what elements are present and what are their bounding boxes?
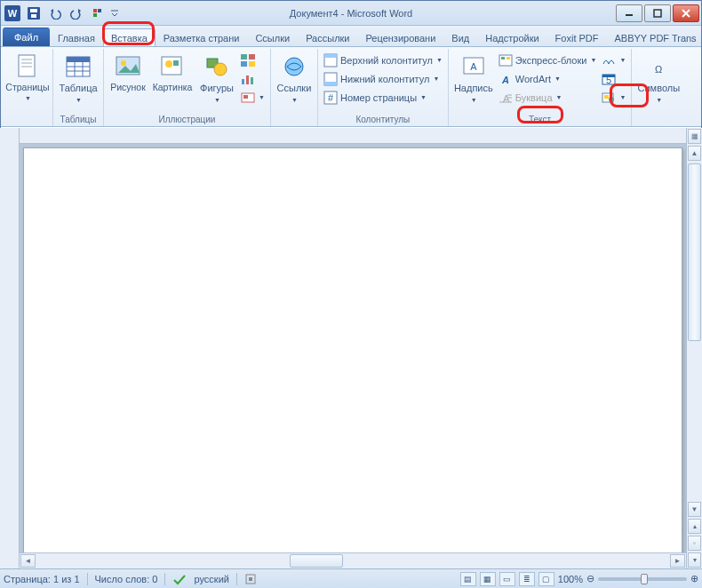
print-layout-view-icon[interactable]: ▤ — [460, 572, 476, 586]
svg-text:A: A — [501, 75, 509, 85]
group-label-headerfooter: Колонтитулы — [322, 114, 444, 126]
tab-home[interactable]: Главная — [50, 28, 103, 46]
object-button[interactable]: ▼ — [600, 88, 627, 107]
hscroll-thumb[interactable] — [290, 554, 343, 568]
tab-mailings[interactable]: Рассылки — [298, 28, 357, 46]
chart-icon — [241, 72, 255, 86]
zoom-in-icon[interactable]: ⊕ — [690, 573, 698, 584]
pages-button[interactable]: Страницы▼ — [6, 51, 49, 103]
redo-icon[interactable] — [67, 4, 86, 23]
datetime-button[interactable]: 5 — [600, 69, 627, 88]
svg-rect-45 — [499, 55, 512, 66]
svg-rect-38 — [324, 54, 337, 58]
maximize-button[interactable] — [644, 4, 671, 22]
draft-view-icon[interactable]: ▢ — [538, 572, 554, 586]
vertical-ruler[interactable] — [0, 128, 20, 568]
quickparts-button[interactable]: Экспресс-блоки▼ — [497, 51, 599, 69]
group-tables: Таблица▼ Таблицы — [53, 49, 104, 126]
tab-abbyy[interactable]: ABBYY PDF Trans — [607, 28, 702, 46]
status-words[interactable]: Число слов: 0 — [95, 574, 158, 584]
table-button[interactable]: Таблица▼ — [57, 51, 100, 106]
header-icon — [323, 53, 338, 68]
svg-rect-29 — [241, 61, 247, 67]
group-header-footer: Верхний колонтитул▼ Нижний колонтитул▼ #… — [318, 49, 449, 126]
dropcap-icon: A — [499, 91, 513, 105]
links-icon — [280, 52, 308, 81]
zoom-level[interactable]: 100% — [558, 574, 583, 584]
screenshot-button[interactable]: ▼ — [239, 88, 267, 107]
minimize-button[interactable] — [616, 4, 642, 22]
svg-rect-15 — [67, 57, 90, 62]
vscroll-thumb[interactable] — [688, 163, 701, 341]
svg-rect-32 — [246, 75, 249, 84]
svg-rect-33 — [251, 77, 253, 84]
outline-view-icon[interactable]: ≣ — [519, 572, 535, 586]
vertical-scrollbar[interactable]: ▦ ▲ ▼ ▴ ◦ ▾ — [686, 128, 702, 568]
quick-access-toolbar: W — [3, 4, 120, 23]
svg-rect-6 — [98, 9, 101, 12]
textbox-icon: A — [459, 52, 488, 81]
zoom-slider[interactable] — [598, 577, 687, 581]
textbox-button[interactable]: A Надпись▼ — [452, 51, 495, 106]
document-canvas[interactable] — [20, 144, 686, 552]
status-page[interactable]: Страница: 1 из 1 — [4, 574, 80, 584]
smartart-button[interactable] — [239, 51, 267, 69]
web-view-icon[interactable]: ▭ — [499, 572, 515, 586]
spellcheck-icon[interactable] — [172, 573, 187, 585]
picture-button[interactable]: Рисунок — [108, 51, 148, 95]
word-app-icon[interactable]: W — [3, 4, 22, 23]
svg-rect-57 — [604, 95, 609, 99]
tab-references[interactable]: Ссылки — [247, 28, 298, 46]
horizontal-ruler[interactable] — [20, 128, 686, 144]
tab-file[interactable]: Файл — [3, 28, 50, 46]
qat-customize-icon[interactable] — [109, 4, 120, 23]
signature-button[interactable]: ▼ — [600, 51, 627, 69]
tab-page-layout[interactable]: Разметка страни — [156, 28, 248, 46]
links-button[interactable]: Ссылки▼ — [275, 51, 314, 106]
dropcap-button[interactable]: AБуквица▼ — [497, 88, 599, 107]
svg-rect-46 — [501, 57, 505, 60]
close-button[interactable] — [673, 4, 699, 22]
save-icon[interactable] — [24, 4, 44, 23]
svg-rect-24 — [173, 60, 179, 66]
tab-foxit[interactable]: Foxit PDF — [547, 28, 607, 46]
svg-rect-7 — [93, 13, 97, 17]
workspace: ◄ ► ▦ ▲ ▼ ▴ ◦ ▾ — [0, 128, 702, 568]
scroll-left-icon[interactable]: ◄ — [20, 554, 36, 568]
status-language[interactable]: русский — [194, 574, 228, 584]
tab-view[interactable]: Вид — [443, 28, 477, 46]
browse-object-icon[interactable]: ◦ — [688, 536, 701, 551]
tab-review[interactable]: Рецензировани — [358, 28, 444, 46]
zoom-out-icon[interactable]: ⊖ — [586, 573, 594, 584]
chart-button[interactable] — [239, 69, 267, 88]
footer-icon — [323, 72, 338, 86]
symbols-button[interactable]: Ω Символы▼ — [635, 51, 682, 106]
datetime-icon: 5 — [602, 72, 616, 86]
quickparts-icon — [499, 53, 513, 68]
qat-more-icon[interactable] — [88, 4, 108, 23]
ruler-toggle-icon[interactable]: ▦ — [688, 129, 701, 144]
scroll-right-icon[interactable]: ► — [670, 554, 685, 568]
footer-button[interactable]: Нижний колонтитул▼ — [322, 69, 444, 88]
header-button[interactable]: Верхний колонтитул▼ — [322, 51, 444, 69]
prev-page-icon[interactable]: ▴ — [688, 519, 701, 534]
macro-icon[interactable] — [244, 573, 257, 585]
clipart-button[interactable]: Картинка — [150, 51, 195, 95]
undo-icon[interactable] — [45, 4, 65, 23]
shapes-button[interactable]: Фигуры▼ — [196, 51, 237, 106]
scroll-up-icon[interactable]: ▲ — [688, 146, 701, 161]
wordart-button[interactable]: AWordArt▼ — [497, 69, 599, 88]
group-label-illustrations: Иллюстрации — [108, 114, 267, 126]
scroll-down-icon[interactable]: ▼ — [688, 502, 701, 517]
next-page-icon[interactable]: ▾ — [688, 552, 701, 568]
svg-point-23 — [165, 60, 172, 68]
page[interactable] — [23, 147, 682, 552]
fullscreen-view-icon[interactable]: ▦ — [480, 572, 496, 586]
svg-text:A: A — [470, 61, 477, 72]
svg-text:5: 5 — [606, 75, 611, 85]
tab-insert[interactable]: Вставка — [103, 28, 156, 46]
tab-addins[interactable]: Надстройки — [477, 28, 546, 46]
horizontal-scrollbar[interactable]: ◄ ► — [20, 552, 686, 568]
svg-rect-35 — [243, 95, 248, 99]
page-number-button[interactable]: #Номер страницы▼ — [322, 88, 444, 107]
